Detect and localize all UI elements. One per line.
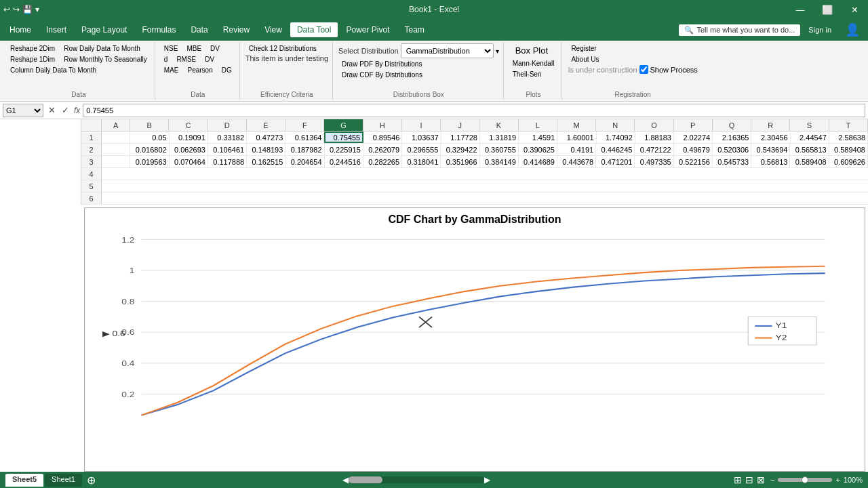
- cell-q3[interactable]: 0.545733: [713, 156, 751, 167]
- zoom-thumb[interactable]: [802, 476, 808, 483]
- zoom-in-icon[interactable]: +: [835, 476, 840, 484]
- cell-m3[interactable]: 0.443678: [557, 156, 596, 167]
- menu-data[interactable]: Data: [184, 22, 214, 37]
- cell-k1[interactable]: 1.31819: [480, 131, 519, 143]
- cell-q1[interactable]: 2.16365: [713, 131, 751, 143]
- cell-s1[interactable]: 2.44547: [791, 131, 829, 143]
- panel-item-daily-data-month[interactable]: [3, 122, 78, 125]
- cell-b2[interactable]: 0.016802: [130, 144, 169, 155]
- page-break-icon[interactable]: ⊠: [757, 474, 765, 485]
- theil-sen-button[interactable]: Theil-Sen: [509, 69, 545, 79]
- cell-n1[interactable]: 1.74092: [597, 131, 635, 143]
- col-header-n[interactable]: N: [596, 119, 635, 131]
- distribution-select[interactable]: GammaDistribution NormalDistribution Log…: [401, 43, 494, 58]
- cell-e3[interactable]: 0.162515: [247, 156, 285, 167]
- cell-h2[interactable]: 0.262079: [363, 144, 402, 155]
- customize-icon[interactable]: ▾: [35, 5, 39, 14]
- scrollbar-thumb[interactable]: [349, 476, 382, 483]
- formula-input[interactable]: [83, 104, 865, 117]
- cell-i1[interactable]: 1.03637: [402, 131, 441, 143]
- name-box[interactable]: G1: [3, 104, 43, 117]
- reshape-1dim-button[interactable]: Reshape 1Dim: [7, 54, 58, 64]
- col-header-j[interactable]: J: [441, 119, 479, 131]
- horizontal-scrollbar[interactable]: [349, 476, 484, 483]
- scroll-left-icon[interactable]: ◀: [342, 475, 349, 485]
- cell-t1[interactable]: 2.58638: [829, 131, 868, 143]
- col-header-t[interactable]: T: [829, 119, 868, 131]
- column-daily-data-to-month-button[interactable]: Column Daily Data To Month: [7, 65, 100, 75]
- cell-l2[interactable]: 0.390625: [519, 144, 557, 155]
- zoom-slider[interactable]: [778, 478, 832, 482]
- pearson-label[interactable]: Pearson: [184, 65, 216, 75]
- menu-page-layout[interactable]: Page Layout: [75, 22, 134, 37]
- col-header-b[interactable]: B: [130, 119, 169, 131]
- cell-h3[interactable]: 0.282265: [363, 156, 402, 167]
- col-header-g[interactable]: G: [324, 119, 363, 131]
- draw-cdf-button[interactable]: Draw CDF By Distributions: [338, 70, 426, 80]
- cell-o3[interactable]: 0.497335: [635, 156, 673, 167]
- cell-d1[interactable]: 0.33182: [208, 131, 247, 143]
- cell-m2[interactable]: 0.4191: [557, 144, 596, 155]
- cell-n2[interactable]: 0.446245: [596, 144, 635, 155]
- close-button[interactable]: ✕: [841, 0, 868, 19]
- cell-o1[interactable]: 1.88183: [635, 131, 674, 143]
- col-header-c[interactable]: C: [169, 119, 208, 131]
- col-header-s[interactable]: S: [790, 119, 829, 131]
- normal-view-icon[interactable]: ⊞: [734, 474, 742, 485]
- window-controls[interactable]: — ⬜ ✕: [787, 0, 868, 19]
- maximize-button[interactable]: ⬜: [814, 0, 841, 19]
- cell-g3[interactable]: 0.244516: [325, 156, 363, 167]
- sheet-tab-sheet1[interactable]: Sheet1: [45, 474, 82, 487]
- row-daily-data-to-month-button[interactable]: Row Daily Data To Month: [60, 43, 144, 54]
- cell-l3[interactable]: 0.414689: [519, 156, 557, 167]
- cell-e2[interactable]: 0.148193: [247, 144, 285, 155]
- col-header-a[interactable]: A: [102, 119, 130, 131]
- col-header-p[interactable]: P: [674, 119, 713, 131]
- cell-i2[interactable]: 0.296555: [402, 144, 441, 155]
- cell-c3[interactable]: 0.070464: [170, 156, 208, 167]
- menu-insert[interactable]: Insert: [39, 22, 73, 37]
- cell-o2[interactable]: 0.472122: [635, 144, 673, 155]
- reshape-2dim-button[interactable]: Reshape 2Dim: [7, 43, 58, 54]
- cell-p1[interactable]: 2.02274: [674, 131, 713, 143]
- cell-m1[interactable]: 1.60001: [557, 131, 596, 143]
- menu-team[interactable]: Team: [397, 22, 431, 37]
- cell-p3[interactable]: 0.522156: [674, 156, 713, 167]
- col-header-k[interactable]: K: [479, 119, 518, 131]
- show-process-checkbox-label[interactable]: Show Process: [639, 65, 698, 74]
- dg-label[interactable]: DG: [218, 65, 235, 75]
- cell-k2[interactable]: 0.360755: [480, 144, 519, 155]
- row-monthly-to-seasonally-button[interactable]: Row Monthly To Seasonally: [60, 54, 151, 64]
- cell-h1[interactable]: 0.89546: [363, 131, 402, 143]
- mae-label[interactable]: MAE: [161, 65, 182, 75]
- cell-k3[interactable]: 0.384149: [480, 156, 519, 167]
- cell-j1[interactable]: 1.17728: [441, 131, 480, 143]
- cell-q2[interactable]: 0.520306: [713, 144, 751, 155]
- cell-f1[interactable]: 0.61364: [285, 131, 324, 143]
- cell-g2[interactable]: 0.225915: [325, 144, 363, 155]
- col-header-f[interactable]: F: [285, 119, 324, 131]
- cell-c2[interactable]: 0.062693: [170, 144, 208, 155]
- menu-power-pivot[interactable]: Power Pivot: [339, 22, 396, 37]
- back-icon[interactable]: ↩: [3, 5, 10, 14]
- cell-l1[interactable]: 1.4591: [519, 131, 557, 143]
- rmse-label[interactable]: RMSE: [173, 54, 199, 64]
- cell-s2[interactable]: 0.565813: [790, 144, 829, 155]
- cell-c1[interactable]: 0.19091: [170, 131, 208, 143]
- menu-formulas[interactable]: Formulas: [135, 22, 182, 37]
- cell-b3[interactable]: 0.019563: [130, 156, 169, 167]
- col-header-h[interactable]: H: [363, 119, 402, 131]
- cell-n3[interactable]: 0.471201: [596, 156, 635, 167]
- cell-j2[interactable]: 0.329422: [441, 144, 479, 155]
- cell-f2[interactable]: 0.187982: [285, 144, 324, 155]
- nse-label[interactable]: NSE: [161, 43, 182, 54]
- cell-t3[interactable]: 0.609626: [829, 156, 868, 167]
- cell-r3[interactable]: 0.56813: [751, 156, 790, 167]
- col-header-o[interactable]: O: [635, 119, 673, 131]
- cell-g1[interactable]: 0.75455: [324, 131, 363, 143]
- col-header-l[interactable]: L: [519, 119, 557, 131]
- cell-s3[interactable]: 0.589408: [790, 156, 829, 167]
- show-process-checkbox[interactable]: [639, 65, 648, 74]
- page-layout-icon[interactable]: ⊟: [745, 474, 753, 485]
- mann-kendall-button[interactable]: Mann-Kendall: [509, 58, 558, 68]
